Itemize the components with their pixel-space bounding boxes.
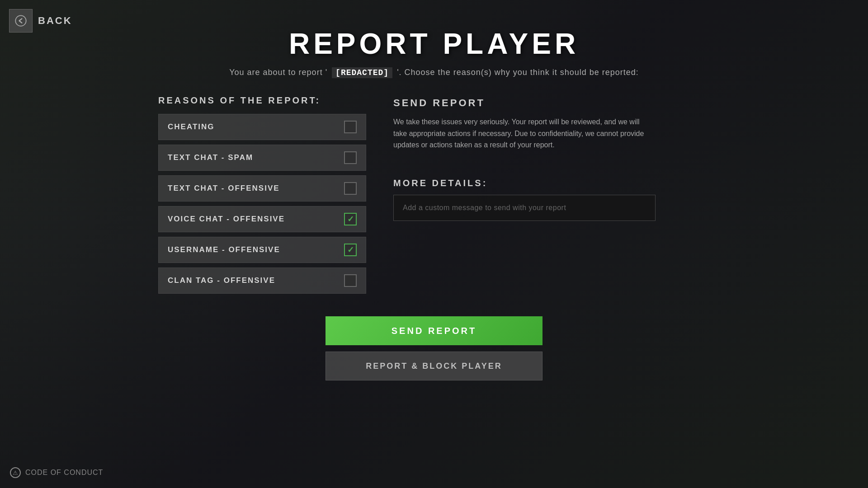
right-panel: SEND REPORT We take these issues very se… (393, 95, 710, 294)
page-title: REPORT PLAYER (0, 0, 868, 61)
more-details-heading: MORE DETAILS: (393, 178, 710, 188)
content-area: REASONS OF THE REPORT: CHEATING TEXT CHA… (140, 95, 728, 294)
subtitle-before: You are about to report ' (229, 68, 327, 77)
reason-text-chat-spam-label: TEXT CHAT - SPAM (168, 153, 253, 162)
custom-message-input[interactable] (393, 195, 656, 221)
bottom-buttons: SEND REPORT REPORT & BLOCK PLAYER (0, 316, 868, 380)
reason-clan-tag-offensive-checkbox (344, 274, 357, 287)
code-of-conduct-label: CODE OF CONDUCT (25, 469, 103, 477)
reason-text-chat-offensive[interactable]: TEXT CHAT - OFFENSIVE (158, 175, 366, 202)
back-arrow-icon (14, 14, 27, 27)
back-button[interactable]: BACK (9, 9, 72, 33)
send-report-heading: SEND REPORT (393, 97, 710, 109)
reason-text-chat-spam[interactable]: TEXT CHAT - SPAM (158, 145, 366, 171)
report-block-button[interactable]: REPORT & BLOCK PLAYER (326, 352, 542, 380)
reason-list: CHEATING TEXT CHAT - SPAM TEXT CHAT - OF… (158, 114, 366, 294)
back-icon-box (9, 9, 33, 33)
reason-cheating-checkbox (344, 121, 357, 133)
reason-text-chat-offensive-label: TEXT CHAT - OFFENSIVE (168, 184, 280, 193)
svg-point-0 (15, 15, 26, 26)
code-of-conduct-link[interactable]: ⚠ CODE OF CONDUCT (10, 467, 103, 478)
left-panel: REASONS OF THE REPORT: CHEATING TEXT CHA… (158, 95, 366, 294)
send-report-button[interactable]: SEND REPORT (326, 316, 542, 345)
reason-voice-chat-offensive-label: VOICE CHAT - OFFENSIVE (168, 215, 285, 224)
reasons-heading: REASONS OF THE REPORT: (158, 95, 366, 106)
reason-text-chat-offensive-checkbox (344, 182, 357, 195)
subtitle: You are about to report ' [REDACTED] '. … (0, 68, 868, 77)
code-of-conduct-icon: ⚠ (10, 467, 21, 478)
subtitle-after: '. Choose the reason(s) why you think it… (397, 68, 639, 77)
reason-username-offensive[interactable]: USERNAME - OFFENSIVE (158, 237, 366, 263)
reason-voice-chat-offensive-checkbox (344, 213, 357, 225)
reason-voice-chat-offensive[interactable]: VOICE CHAT - OFFENSIVE (158, 206, 366, 232)
send-report-description: We take these issues very seriously. You… (393, 116, 646, 151)
page-wrapper: BACK REPORT PLAYER You are about to repo… (0, 0, 868, 488)
back-label: BACK (38, 15, 72, 27)
reason-clan-tag-offensive-label: CLAN TAG - OFFENSIVE (168, 276, 275, 285)
reason-cheating-label: CHEATING (168, 122, 215, 131)
player-name: [REDACTED] (332, 67, 392, 78)
reason-clan-tag-offensive[interactable]: CLAN TAG - OFFENSIVE (158, 267, 366, 294)
reason-text-chat-spam-checkbox (344, 151, 357, 164)
reason-cheating[interactable]: CHEATING (158, 114, 366, 140)
reason-username-offensive-label: USERNAME - OFFENSIVE (168, 245, 280, 254)
reason-username-offensive-checkbox (344, 244, 357, 256)
